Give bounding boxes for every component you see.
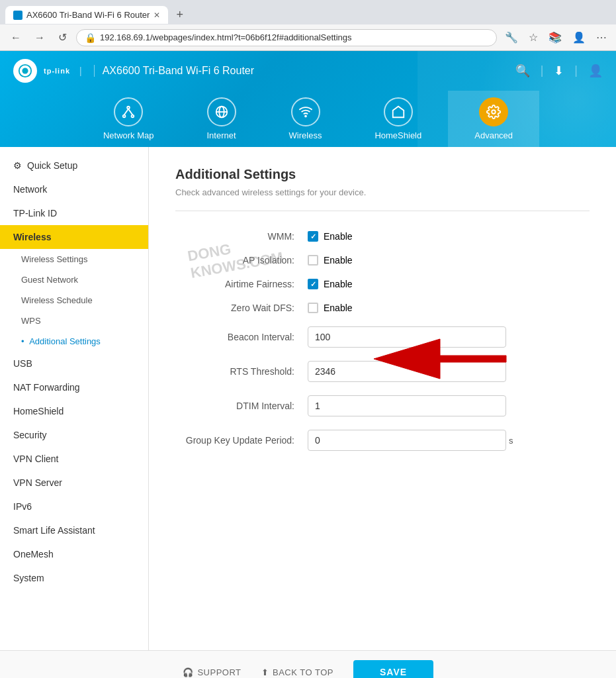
zero-wait-dfs-checkbox[interactable] (308, 303, 318, 313)
router-model-title: AX6600 Tri-Band Wi-Fi 6 Router (94, 65, 254, 77)
sidebar-sub-wireless-settings[interactable]: Wireless Settings (0, 249, 148, 269)
zero-wait-dfs-row: Zero Wait DFS: Enable (175, 303, 590, 313)
svg-point-11 (492, 110, 496, 114)
internet-icon (207, 97, 236, 126)
sidebar-label-wireless: Wireless (13, 232, 51, 242)
sidebar-item-smart-life[interactable]: Smart Life Assistant (0, 518, 148, 542)
sidebar-item-vpn-server[interactable]: VPN Server (0, 471, 148, 495)
svg-line-6 (128, 109, 132, 115)
refresh-button[interactable]: ↺ (54, 28, 71, 46)
airtime-fairness-label: Airtime Fairness: (175, 279, 308, 289)
nav-item-network-map[interactable]: Network Map (77, 91, 181, 147)
airtime-fairness-checkbox[interactable] (308, 279, 318, 289)
advanced-icon (479, 97, 508, 126)
sidebar-item-quick-setup[interactable]: ⚙ Quick Setup (0, 154, 148, 177)
address-bar[interactable]: 🔒 192.168.69.1/webpages/index.html?t=06b… (76, 29, 497, 46)
sidebar-item-wireless[interactable]: Wireless (0, 225, 148, 249)
ap-isolation-checkbox[interactable] (308, 255, 318, 266)
search-icon[interactable]: 🔍 (515, 64, 530, 78)
beacon-interval-input[interactable] (308, 326, 506, 348)
svg-point-2 (127, 107, 130, 109)
sidebar-label-security: Security (13, 430, 47, 440)
group-key-input[interactable] (308, 430, 506, 451)
sidebar-item-security[interactable]: Security (0, 423, 148, 447)
nav-item-advanced[interactable]: Advanced (448, 91, 539, 147)
wmm-row: WMM: Enable (175, 231, 590, 242)
rts-threshold-row: RTS Threshold: (175, 361, 590, 382)
nav-item-homeshield[interactable]: HomeShield (348, 91, 448, 147)
ap-isolation-enable-text: Enable (324, 255, 353, 266)
sidebar-sub-wireless-schedule[interactable]: Wireless Schedule (0, 290, 148, 311)
network-map-icon (114, 97, 143, 126)
group-key-row: Group Key Update Period: s (175, 430, 590, 451)
sidebar-sub-guest-network[interactable]: Guest Network (0, 269, 148, 290)
tplink-brand: tp-link (44, 67, 70, 75)
menu-button[interactable]: ⋯ (594, 28, 609, 46)
tplink-logo: tp-link | AX6600 Tri-Band Wi-Fi 6 Router (13, 59, 254, 83)
sidebar-item-onemesh[interactable]: OneMesh (0, 542, 148, 566)
dtim-interval-input[interactable] (308, 395, 506, 416)
header-icons: 🔍 | ⬇ | 👤 (515, 64, 603, 78)
save-button[interactable]: SAVE (353, 660, 433, 678)
wmm-label: WMM: (175, 231, 308, 242)
group-key-input-wrap: s (308, 430, 590, 451)
sidebar-label-vpn-client: VPN Client (13, 454, 58, 464)
support-button[interactable]: 🎧 SUPPORT (183, 667, 242, 677)
airtime-fairness-row: Airtime Fairness: Enable (175, 279, 590, 289)
tab-bar: AX6600 Tri-Band Wi-Fi 6 Router ✕ + (0, 0, 616, 24)
new-tab-button[interactable]: + (171, 5, 189, 24)
active-dot: • (21, 336, 26, 346)
rts-threshold-input[interactable] (308, 361, 506, 382)
sidebar-label-ipv6: IPv6 (13, 501, 32, 512)
back-button[interactable]: ← (7, 29, 25, 46)
back-to-top-button[interactable]: ⬆ BACK TO TOP (261, 667, 333, 677)
forward-button[interactable]: → (30, 29, 49, 46)
sidebar-item-ipv6[interactable]: IPv6 (0, 495, 148, 518)
sidebar-label-network: Network (13, 184, 47, 195)
group-key-label: Group Key Update Period: (175, 435, 308, 446)
sidebar-item-system[interactable]: System (0, 566, 148, 590)
sidebar-item-nat-forwarding[interactable]: NAT Forwarding (0, 375, 148, 399)
zero-wait-dfs-checkbox-wrap: Enable (308, 303, 590, 313)
nav-label-advanced: Advanced (474, 130, 513, 140)
browser-tab[interactable]: AX6600 Tri-Band Wi-Fi 6 Router ✕ (5, 6, 168, 24)
group-key-unit: s (509, 436, 513, 446)
wmm-checkbox[interactable] (308, 231, 318, 242)
sidebar-item-network[interactable]: Network (0, 177, 148, 201)
sidebar-item-homeshield[interactable]: HomeShield (0, 399, 148, 423)
rts-threshold-label: RTS Threshold: (175, 366, 308, 377)
sidebar-item-tplink-id[interactable]: TP-Link ID (0, 201, 148, 225)
sidebar-label-onemesh: OneMesh (13, 549, 54, 559)
sidebar-label-tplink-id: TP-Link ID (13, 208, 57, 218)
nav-item-internet[interactable]: Internet (180, 91, 262, 147)
sidebar-sub-wps[interactable]: WPS (0, 311, 148, 331)
svg-point-1 (22, 68, 28, 73)
tplink-header: tp-link | AX6600 Tri-Band Wi-Fi 6 Router… (0, 51, 616, 147)
download-icon[interactable]: ⬇ (554, 64, 564, 78)
nav-item-wireless[interactable]: Wireless (263, 91, 349, 147)
sidebar-item-vpn-client[interactable]: VPN Client (0, 447, 148, 471)
collections-button[interactable]: 📚 (546, 28, 564, 46)
airtime-fairness-enable-text: Enable (324, 279, 353, 289)
dtim-interval-row: DTIM Interval: (175, 395, 590, 416)
back-to-top-label: BACK TO TOP (273, 667, 333, 677)
nav-label-wireless: Wireless (289, 130, 322, 140)
tab-title: AX6600 Tri-Band Wi-Fi 6 Router (26, 10, 150, 20)
user-icon[interactable]: 👤 (588, 64, 603, 78)
main-layout: ⚙ Quick Setup Network TP-Link ID Wireles… (0, 147, 616, 650)
sidebar-item-usb[interactable]: USB (0, 352, 148, 375)
support-icon: 🎧 (183, 667, 194, 677)
extensions-button[interactable]: 🔧 (502, 28, 521, 46)
nav-label-internet: Internet (206, 130, 236, 140)
sidebar-sub-additional-settings[interactable]: • Additional Settings (0, 331, 148, 352)
svg-point-3 (123, 115, 126, 118)
favorites-button[interactable]: ☆ (526, 28, 541, 46)
profile-button[interactable]: 👤 (570, 28, 588, 46)
ap-isolation-row: AP Isolation: Enable (175, 255, 590, 266)
airtime-fairness-checkbox-wrap: Enable (308, 279, 590, 289)
svg-point-10 (305, 116, 306, 117)
homeshield-icon (384, 97, 413, 126)
beacon-interval-control (308, 326, 590, 348)
tab-close-button[interactable]: ✕ (154, 11, 160, 20)
browser-chrome: AX6600 Tri-Band Wi-Fi 6 Router ✕ + ← → ↺… (0, 0, 616, 51)
